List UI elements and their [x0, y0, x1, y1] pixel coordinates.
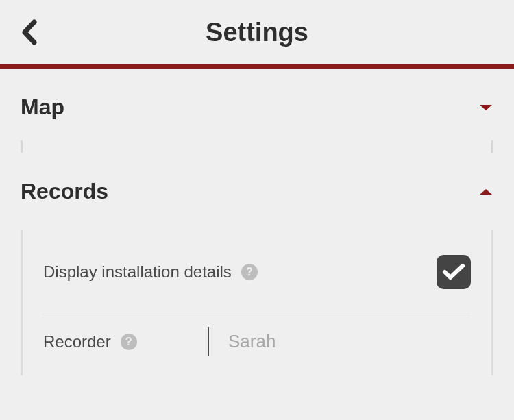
section-map-title: Map — [21, 95, 64, 120]
help-icon[interactable]: ? — [241, 264, 258, 280]
section-map-body — [21, 140, 493, 153]
section-records-body: Display installation details ? Recorder … — [21, 230, 493, 375]
chevron-left-icon — [21, 19, 37, 45]
section-records: Records Display installation details ? — [0, 153, 514, 375]
row-left: Display installation details ? — [43, 262, 258, 282]
row-display-installation-details: Display installation details ? — [43, 230, 471, 314]
caret-up-icon — [478, 187, 493, 197]
check-icon — [442, 262, 465, 282]
help-icon[interactable]: ? — [121, 334, 137, 350]
recorder-label: Recorder — [43, 332, 111, 351]
display-details-checkbox[interactable] — [437, 255, 471, 289]
page-title: Settings — [206, 18, 308, 47]
row-left: Recorder ? — [43, 331, 208, 352]
display-details-label: Display installation details — [43, 262, 232, 282]
recorder-input[interactable] — [228, 331, 471, 352]
row-recorder: Recorder ? — [43, 314, 471, 375]
header: Settings — [0, 0, 514, 69]
recorder-input-wrap — [209, 331, 471, 352]
section-map: Map — [0, 69, 514, 153]
section-map-header[interactable]: Map — [21, 69, 493, 132]
back-button[interactable] — [21, 19, 37, 45]
caret-down-icon — [478, 103, 493, 112]
section-records-title: Records — [21, 179, 108, 204]
section-records-header[interactable]: Records — [21, 153, 493, 217]
content: Map Records Display installation details — [0, 69, 514, 375]
